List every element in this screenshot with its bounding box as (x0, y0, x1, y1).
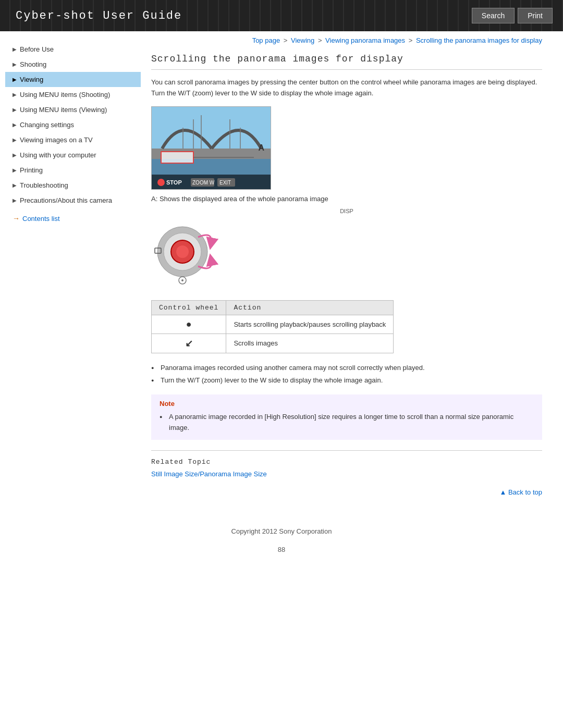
bullet-list: Panorama images recorded using another c… (151, 362, 542, 388)
svg-point-19 (171, 240, 194, 263)
sidebar-arrow-7: ▶ (13, 152, 17, 158)
svg-text:ZOOM W: ZOOM W (192, 180, 215, 186)
app-title: Cyber-shot User Guide (0, 9, 182, 22)
sidebar-arrow-2: ▶ (13, 77, 17, 82)
sidebar-label-4: Using MENU items (Viewing) (20, 106, 107, 114)
sidebar-label-5: Changing settings (20, 121, 74, 129)
sidebar-item-3[interactable]: ▶Using MENU items (Shooting) (5, 87, 141, 102)
sidebar-item-7[interactable]: ▶Using with your computer (5, 147, 141, 163)
svg-text:EXIT: EXIT (219, 180, 231, 186)
contents-list-label: Contents list (22, 215, 60, 223)
sidebar-label-3: Using MENU items (Shooting) (20, 91, 110, 98)
sidebar-item-5[interactable]: ▶Changing settings (5, 117, 141, 132)
caption-a: A: Shows the displayed area of the whole… (151, 195, 542, 203)
sidebar-arrow-5: ▶ (13, 122, 17, 128)
page-number: 88 (0, 540, 563, 564)
svg-point-17 (157, 227, 207, 277)
disp-label: DISP (151, 208, 542, 214)
control-wheel-wrapper (151, 215, 219, 288)
action-cell-1: Scrolls images (226, 334, 394, 353)
sidebar-label-9: Troubleshooting (20, 181, 68, 189)
sidebar-label-2: Viewing (20, 76, 43, 83)
content-area: Top page > Viewing > Viewing panorama im… (141, 36, 553, 507)
svg-rect-0 (152, 107, 271, 149)
sidebar-arrow-1: ▶ (13, 61, 17, 67)
breadcrumb-sep-1: > (284, 36, 289, 44)
breadcrumb-viewing[interactable]: Viewing (291, 36, 314, 44)
contents-list-link[interactable]: →Contents list (5, 210, 141, 227)
sidebar-arrow-9: ▶ (13, 182, 17, 188)
sidebar-item-8[interactable]: ▶Printing (5, 163, 141, 178)
back-to-top-link[interactable]: ▲ Back to top (499, 488, 542, 496)
symbol-cell-0: ● (152, 315, 226, 334)
svg-rect-21 (155, 248, 161, 253)
sidebar-item-1[interactable]: ▶Shooting (5, 57, 141, 72)
table-header-wheel: Control wheel (152, 300, 226, 315)
breadcrumb-viewing-panorama[interactable]: Viewing panorama images (325, 36, 405, 44)
panorama-image: STOP ZOOM W EXIT A (151, 106, 271, 190)
label-a: A (258, 143, 264, 153)
sidebar-arrow-6: ▶ (13, 137, 17, 143)
symbol-cell-1: ↙ (152, 334, 226, 353)
wheel-container: DISP (151, 208, 542, 290)
sidebar-arrow-10: ▶ (13, 198, 17, 203)
note-title: Note (160, 400, 534, 408)
svg-point-11 (157, 179, 165, 186)
sidebar-item-6[interactable]: ▶Viewing images on a TV (5, 132, 141, 147)
sidebar-label-10: Precautions/About this camera (20, 196, 112, 204)
bullet-item-1: Turn the W/T (zoom) lever to the W side … (151, 374, 542, 387)
header-buttons: Search Print (472, 8, 563, 23)
svg-text:STOP: STOP (166, 179, 182, 186)
sidebar-item-0[interactable]: ▶Before Use (5, 42, 141, 57)
sidebar-arrow-8: ▶ (13, 167, 17, 173)
sidebar-arrow-4: ▶ (13, 107, 17, 113)
sidebar-label-8: Printing (20, 166, 43, 174)
sidebar-arrow-0: ▶ (13, 46, 17, 52)
contents-arrow-icon: → (13, 214, 20, 223)
sidebar-item-9[interactable]: ▶Troubleshooting (5, 178, 141, 193)
control-table: Control wheel Action ●Starts scrolling p… (151, 300, 394, 353)
sidebar-label-1: Shooting (20, 60, 46, 68)
breadcrumb-sep-3: > (409, 36, 414, 44)
header: Cyber-shot User Guide Search Print (0, 0, 563, 31)
breadcrumb: Top page > Viewing > Viewing panorama im… (151, 36, 542, 44)
table-row-1: ↙Scrolls images (152, 334, 394, 353)
related-link[interactable]: Still Image Size/Panorama Image Size (151, 470, 267, 478)
bridge-svg: STOP ZOOM W EXIT (152, 107, 271, 190)
footer: Copyright 2012 Sony Corporation (0, 517, 563, 540)
panorama-image-container: STOP ZOOM W EXIT A (151, 106, 542, 190)
sidebar-item-2[interactable]: ▶Viewing (5, 72, 141, 87)
sidebar-label-6: Viewing images on a TV (20, 136, 93, 144)
note-item-0: A panoramic image recorded in [High Reso… (160, 411, 534, 435)
search-button[interactable]: Search (472, 8, 515, 23)
svg-point-22 (179, 277, 186, 284)
related-title: Related Topic (151, 458, 542, 466)
wheel-svg (146, 210, 224, 293)
sidebar-label-0: Before Use (20, 45, 54, 53)
svg-rect-8 (161, 152, 193, 163)
svg-point-18 (164, 233, 201, 270)
intro-text: You can scroll panorama images by pressi… (151, 77, 542, 99)
sidebar-arrow-3: ▶ (13, 92, 17, 97)
back-to-top: ▲ Back to top (151, 488, 542, 496)
breadcrumb-sep-2: > (318, 36, 324, 44)
note-box: Note A panoramic image recorded in [High… (151, 394, 542, 440)
copyright-text: Copyright 2012 Sony Corporation (231, 527, 332, 535)
sidebar: ▶Before Use▶Shooting▶Viewing▶Using MENU … (5, 36, 141, 232)
table-header-action: Action (226, 300, 394, 315)
bullet-item-0: Panorama images recorded using another c… (151, 362, 542, 375)
table-row-0: ●Starts scrolling playback/pauses scroll… (152, 315, 394, 334)
sidebar-item-10[interactable]: ▶Precautions/About this camera (5, 193, 141, 208)
sidebar-label-7: Using with your computer (20, 151, 96, 159)
breadcrumb-current[interactable]: Scrolling the panorama images for displa… (416, 36, 542, 44)
note-list: A panoramic image recorded in [High Reso… (160, 411, 534, 435)
action-cell-0: Starts scrolling playback/pauses scrolli… (226, 315, 394, 334)
print-button[interactable]: Print (518, 8, 553, 23)
svg-point-20 (176, 245, 189, 258)
breadcrumb-top[interactable]: Top page (252, 36, 280, 44)
page-title: Scrolling the panorama images for displa… (151, 54, 542, 70)
main-layout: ▶Before Use▶Shooting▶Viewing▶Using MENU … (0, 31, 563, 517)
sidebar-item-4[interactable]: ▶Using MENU items (Viewing) (5, 102, 141, 117)
related-section: Related Topic Still Image Size/Panorama … (151, 450, 542, 478)
svg-point-23 (181, 279, 183, 281)
